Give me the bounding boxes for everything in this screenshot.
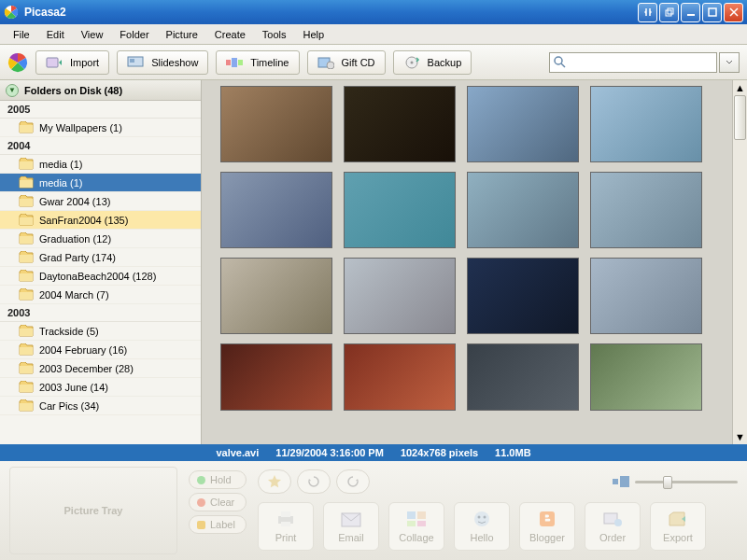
thumbnail[interactable] (344, 172, 456, 248)
folder-label: 2003 June (14) (39, 382, 108, 393)
picture-tray[interactable]: Picture Tray (9, 467, 177, 554)
svg-point-13 (327, 62, 334, 69)
timeline-label: Timeline (250, 57, 289, 68)
window-title: Picasa2 (24, 6, 638, 19)
thumbnail[interactable] (590, 258, 702, 334)
folder-label: Graduation (12) (39, 233, 111, 245)
sidebar-folder[interactable]: Gwar 2004 (13) (0, 192, 201, 211)
menu-picture[interactable]: Picture (159, 26, 205, 43)
minimize-button[interactable] (681, 3, 700, 22)
label-button[interactable]: Label (189, 515, 247, 534)
sidebar-year: 2004 (0, 137, 201, 155)
sidebar-folder[interactable]: media (1) (0, 155, 201, 174)
thumbnail[interactable] (467, 258, 579, 334)
export-button[interactable]: Export (650, 502, 706, 551)
svg-rect-25 (407, 521, 416, 526)
email-button[interactable]: Email (323, 502, 379, 551)
slideshow-button[interactable]: Slideshow (117, 50, 208, 75)
menu-help[interactable]: Help (296, 26, 332, 43)
win-restoredown-button[interactable] (659, 3, 679, 22)
scrollbar-thumb[interactable] (734, 95, 746, 140)
giftcd-button[interactable]: Gift CD (307, 50, 386, 75)
folder-icon (19, 121, 34, 133)
thumbnail[interactable] (590, 86, 702, 162)
thumbnail[interactable] (590, 172, 702, 248)
rotate-left-button[interactable] (297, 469, 331, 494)
folder-icon (19, 251, 34, 263)
sidebar-folder[interactable]: 2003 June (14) (0, 378, 201, 397)
sidebar-folder[interactable]: DaytonaBeach2004 (128) (0, 267, 201, 286)
search-input[interactable] (549, 52, 717, 73)
print-icon (275, 510, 297, 528)
thumbnail[interactable] (220, 172, 332, 248)
bottom-panel: Picture Tray Hold Clear Label Print Emai… (0, 461, 747, 560)
hello-icon (471, 510, 493, 528)
slideshow-icon (127, 56, 144, 69)
svg-point-32 (614, 519, 622, 526)
win-navback-button[interactable] (638, 3, 657, 22)
close-button[interactable] (724, 3, 743, 22)
thumbnail[interactable] (220, 86, 332, 162)
svg-rect-6 (47, 58, 58, 67)
collage-button[interactable]: Collage (388, 502, 444, 551)
thumbnail[interactable] (467, 343, 579, 411)
timeline-button[interactable]: Timeline (216, 50, 299, 75)
svg-rect-1 (666, 10, 671, 16)
menu-edit[interactable]: Edit (39, 26, 72, 43)
maximize-button[interactable] (702, 3, 722, 22)
thumbsize-slider[interactable] (635, 481, 738, 483)
svg-rect-11 (238, 60, 243, 65)
sidebar-folder-list: 2005My Wallpapers (1)2004media (1)media … (0, 101, 201, 444)
status-filename: valve.avi (216, 447, 259, 458)
sidebar-folder[interactable]: My Wallpapers (1) (0, 119, 201, 137)
status-datetime: 11/29/2004 3:16:00 PM (275, 447, 384, 458)
slider-handle[interactable] (663, 476, 672, 489)
folder-icon (19, 399, 34, 412)
search-dropdown[interactable] (719, 52, 740, 73)
import-label: Import (70, 57, 99, 68)
sidebar-header[interactable]: ▼ Folders on Disk (48) (0, 80, 201, 101)
thumbnail[interactable] (220, 343, 332, 411)
sidebar-folder[interactable]: media (1) (0, 174, 201, 192)
sidebar-folder[interactable]: 2004 February (16) (0, 341, 201, 359)
menu-file[interactable]: File (6, 26, 37, 43)
print-button[interactable]: Print (258, 502, 314, 551)
sidebar-folder[interactable]: Grad Party (174) (0, 248, 201, 267)
vertical-scrollbar[interactable]: ▲ ▼ (732, 80, 747, 444)
sidebar-folder[interactable]: 2004 March (7) (0, 286, 201, 304)
sidebar-folder[interactable]: SanFran2004 (135) (0, 211, 201, 230)
sidebar-folder[interactable]: 2003 December (28) (0, 359, 201, 378)
sidebar-folder[interactable]: Car Pics (34) (0, 397, 201, 415)
menu-folder[interactable]: Folder (112, 26, 156, 43)
menu-create[interactable]: Create (207, 26, 253, 43)
backup-button[interactable]: Backup (393, 50, 472, 75)
svg-rect-10 (232, 58, 237, 67)
scroll-down-button[interactable]: ▼ (733, 429, 747, 444)
sidebar-folder[interactable]: Trackside (5) (0, 322, 201, 341)
thumbnail[interactable] (344, 258, 456, 334)
hello-button[interactable]: Hello (454, 502, 510, 551)
thumbnail[interactable] (344, 343, 456, 411)
star-button[interactable] (258, 469, 291, 494)
order-icon (601, 510, 624, 528)
rotate-right-button[interactable] (336, 469, 370, 494)
email-icon (340, 510, 362, 528)
thumbnail[interactable] (467, 172, 579, 248)
thumbnail[interactable] (220, 258, 332, 334)
blogger-button[interactable]: Blogger (519, 502, 575, 551)
menu-view[interactable]: View (74, 26, 111, 43)
folder-icon (19, 158, 34, 170)
folder-icon (19, 343, 34, 356)
clear-button[interactable]: Clear (189, 493, 247, 511)
thumbnail[interactable] (590, 343, 702, 411)
menu-tools[interactable]: Tools (255, 26, 294, 43)
order-button[interactable]: Order (585, 502, 641, 551)
giftcd-label: Gift CD (342, 57, 375, 68)
import-button[interactable]: Import (35, 50, 109, 75)
scroll-up-button[interactable]: ▲ (733, 80, 747, 95)
thumbnail[interactable] (344, 86, 456, 162)
thumbnail[interactable] (467, 86, 579, 162)
sidebar-folder[interactable]: Graduation (12) (0, 230, 201, 248)
toolbar: Import Slideshow Timeline Gift CD Backup (0, 45, 747, 80)
hold-button[interactable]: Hold (189, 470, 247, 489)
